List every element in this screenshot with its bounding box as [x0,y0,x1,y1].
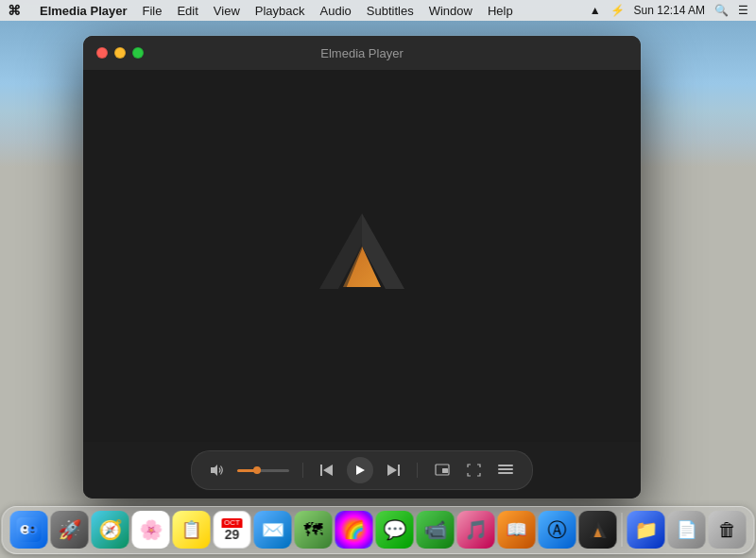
svg-rect-11 [442,468,448,473]
elmedia-logo [301,194,423,317]
menubar-right: ▲ ⚡ Sun 12:14 AM 🔍 ☰ [590,4,748,17]
menu-audio[interactable]: Audio [320,4,352,18]
menu-help[interactable]: Help [488,4,513,18]
volume-slider[interactable] [237,469,289,472]
apple-menu[interactable]: ⌘ [8,3,21,18]
title-bar: Elmedia Player [83,36,641,70]
controls-bar [83,442,641,499]
window-title: Elmedia Player [320,46,403,60]
menubar-left: ⌘ Elmedia Player File Edit View Playback… [8,3,513,18]
dock-divider [622,513,623,547]
maximize-button[interactable] [132,47,144,59]
dock-item-launchpad[interactable]: 🚀 [51,511,89,549]
play-button[interactable] [347,457,373,483]
svg-rect-5 [320,465,322,476]
dock-item-appstore[interactable]: Ⓐ [539,511,576,549]
menu-subtitles[interactable]: Subtitles [367,4,414,18]
dock-item-finder[interactable] [10,511,48,549]
svg-rect-14 [498,472,513,474]
dock-item-itunes[interactable]: 🎵 [457,511,495,549]
playlist-button[interactable] [494,462,517,479]
minimize-button[interactable] [114,47,126,59]
menu-window[interactable]: Window [429,4,472,18]
traffic-lights [96,47,144,59]
separator-2 [417,463,418,478]
dock: 🚀 🧭 🌸 📋 OCT 29 ✉️ 🗺 [2,506,755,554]
fullscreen-button[interactable] [463,462,485,479]
svg-marker-7 [356,465,365,475]
dock-item-elmedia[interactable] [579,511,617,549]
menu-edit[interactable]: Edit [177,4,198,18]
dock-item-files[interactable]: 📁 [627,511,665,549]
dock-item-mail[interactable]: ✉️ [254,511,292,549]
dock-item-safari[interactable]: 🧭 [92,511,129,549]
close-button[interactable] [96,47,108,59]
prev-button[interactable] [317,462,337,479]
dock-item-trash[interactable]: 🗑 [709,511,747,549]
controls-inner [191,450,533,490]
next-button[interactable] [383,462,404,479]
menu-file[interactable]: File [143,4,163,18]
dock-item-calendar[interactable]: OCT 29 [214,511,251,549]
clock: Sun 12:14 AM [634,4,705,17]
svg-rect-13 [498,468,513,470]
volume-thumb [253,466,261,474]
dock-item-books[interactable]: 📖 [498,511,536,549]
dock-item-photos[interactable]: 🌸 [132,511,170,549]
svg-rect-12 [498,465,513,466]
dock-item-facetime[interactable]: 📹 [417,511,455,549]
menu-playback[interactable]: Playback [255,4,305,18]
svg-point-18 [24,527,26,530]
dock-item-maps[interactable]: 🗺 [295,511,333,549]
spotlight-icon[interactable]: 🔍 [714,4,729,17]
svg-rect-8 [398,465,400,476]
svg-point-19 [31,527,34,530]
menu-view[interactable]: View [214,4,240,18]
separator-1 [302,463,303,478]
svg-marker-6 [323,465,333,476]
battery-icon: ⚡ [610,4,625,17]
dock-item-messages[interactable]: 💬 [376,511,414,549]
dock-item-photos2[interactable]: 🌈 [335,511,373,549]
dock-item-document[interactable]: 📄 [668,511,706,549]
volume-icon-btn[interactable] [207,462,228,479]
pip-button[interactable] [431,462,454,479]
svg-marker-9 [387,465,397,476]
desktop: ⌘ Elmedia Player File Edit View Playback… [0,0,756,558]
player-window: Elmedia Player [83,36,641,499]
video-area[interactable] [83,70,641,442]
svg-marker-4 [211,465,217,476]
app-name[interactable]: Elmedia Player [40,4,128,18]
wifi-icon: ▲ [590,4,601,17]
notification-icon[interactable]: ☰ [738,4,748,17]
logo-container [301,194,423,317]
menubar: ⌘ Elmedia Player File Edit View Playback… [0,0,756,21]
dock-item-notes[interactable]: 📋 [173,511,211,549]
